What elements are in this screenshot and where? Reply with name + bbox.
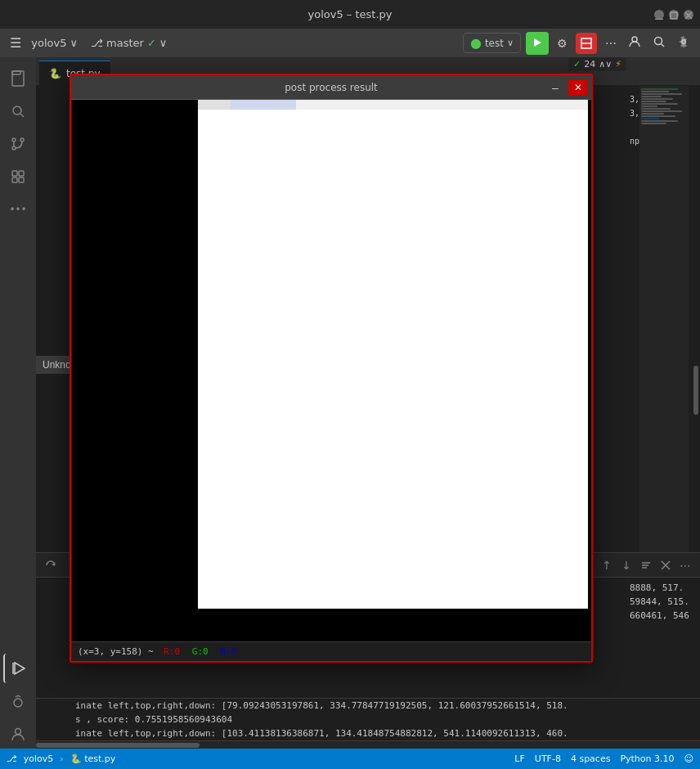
dialog-g-space	[212, 646, 218, 657]
feedback-icon[interactable]: ☺	[684, 753, 693, 764]
minimap-line	[641, 110, 682, 112]
output-row-1: inate left,top,right,down: [79.092430531…	[36, 699, 700, 713]
dialog-image-area	[71, 100, 591, 641]
output-row-3: inate left,top,right,down: [103.41138136…	[36, 726, 700, 740]
activity-bar: •••	[0, 57, 36, 749]
post-process-dialog[interactable]: post process result – ✕ (x=3, y=158) ~ R…	[70, 74, 593, 663]
title-bar: yolov5 – test.py	[0, 0, 700, 29]
branch-chevron-icon: ∨	[159, 37, 168, 49]
settings-button[interactable]: ⚙	[554, 34, 571, 53]
window-title: yolov5 – test.py	[308, 8, 393, 20]
global-search-button[interactable]	[649, 32, 669, 54]
panel-more-icon[interactable]: ⋯	[677, 557, 693, 573]
more-dots-icon: •••	[9, 204, 26, 215]
branch-name: master	[106, 37, 144, 49]
output-right-3: 660461, 546	[630, 609, 697, 623]
run-dot-icon: ●	[470, 35, 482, 51]
hamburger-menu[interactable]: ☰	[7, 32, 25, 54]
svg-point-14	[12, 138, 16, 142]
svg-point-15	[20, 138, 24, 142]
editor-scrollbar[interactable]	[689, 86, 700, 552]
status-lf[interactable]: LF	[514, 753, 524, 764]
more-button[interactable]: ⋯	[602, 34, 620, 53]
activity-files[interactable]	[3, 64, 33, 93]
layout-button[interactable]	[576, 33, 597, 54]
svg-point-25	[16, 729, 21, 735]
color-tab-2	[231, 100, 263, 110]
gear-button[interactable]	[674, 32, 693, 54]
clear-icon[interactable]	[657, 557, 674, 573]
minimap-line	[641, 96, 662, 97]
activity-run[interactable]	[3, 654, 33, 683]
output-right-1: 8888, 517.	[630, 581, 697, 595]
horizontal-scrollbar[interactable]	[36, 740, 700, 749]
scroll-down-icon[interactable]: ↓	[618, 557, 635, 573]
minimap-line	[641, 108, 671, 110]
run-config[interactable]: ● test ∨	[463, 33, 521, 53]
dialog-coord: (x=3, y=158) ~	[78, 646, 154, 657]
svg-point-8	[655, 38, 662, 45]
status-filename[interactable]: test.py	[84, 753, 115, 764]
line-hint: ✓ 24 ∧∨ ⚡	[568, 57, 626, 71]
branch-icon: ⎇	[91, 37, 103, 49]
project-name: yolov5	[31, 37, 66, 49]
line-num	[36, 699, 72, 713]
svg-rect-21	[19, 178, 24, 182]
svg-rect-19	[19, 171, 24, 176]
svg-point-24	[14, 699, 22, 707]
dialog-status-bar: (x=3, y=158) ~ R:0 G:0 B:0	[71, 641, 591, 661]
dialog-g-value: G:0	[192, 646, 209, 657]
close-button[interactable]	[684, 10, 693, 20]
branch-icon: ⎇	[7, 753, 17, 764]
svg-point-12	[13, 106, 21, 115]
status-separator: ›	[60, 753, 63, 764]
tab-icon: 🐍	[49, 68, 61, 79]
status-encoding[interactable]: UTF-8	[535, 753, 561, 764]
dialog-status-space	[159, 646, 164, 657]
minimize-button[interactable]	[654, 10, 664, 20]
check-icon: ✓	[573, 59, 581, 70]
activity-debug[interactable]	[3, 686, 33, 716]
h-scrollbar-thumb[interactable]	[36, 743, 200, 748]
color-tab-3	[263, 100, 296, 110]
activity-source-control[interactable]	[3, 129, 33, 159]
svg-marker-4	[534, 38, 541, 47]
activity-more[interactable]: •••	[3, 195, 33, 224]
scroll-up-icon[interactable]: ↑	[599, 557, 615, 573]
status-python[interactable]: Python 3.10	[620, 753, 674, 764]
minimap-line	[641, 93, 682, 95]
dialog-title: post process result	[285, 82, 378, 93]
scrollbar-thumb[interactable]	[693, 366, 698, 415]
svg-marker-22	[15, 663, 25, 674]
run-button[interactable]	[526, 32, 549, 55]
minimap-line	[641, 91, 669, 92]
minimap	[639, 86, 689, 552]
dialog-titlebar[interactable]: post process result – ✕	[71, 75, 591, 100]
status-left: ⎇ yolov5 › 🐍 test.py	[7, 753, 115, 764]
output-text-3: inate left,top,right,down: [103.41138136…	[72, 726, 700, 740]
more-icon: ⋯	[605, 37, 617, 50]
status-bar: ⎇ yolov5 › 🐍 test.py LF UTF-8 4 spaces P…	[0, 749, 700, 769]
dialog-close-button[interactable]: ✕	[568, 79, 588, 96]
minimap-line	[641, 123, 666, 124]
svg-rect-11	[12, 71, 24, 86]
terminal-line-numbers	[36, 578, 72, 698]
activity-extensions[interactable]	[3, 162, 33, 191]
user-button[interactable]	[625, 32, 644, 54]
status-spaces[interactable]: 4 spaces	[571, 753, 611, 764]
dialog-top-strip	[198, 100, 588, 110]
svg-rect-1	[671, 12, 677, 19]
dialog-minimize-button[interactable]: –	[545, 79, 565, 96]
refresh-icon[interactable]	[43, 557, 59, 573]
svg-rect-18	[12, 171, 17, 176]
activity-search[interactable]	[3, 97, 33, 126]
svg-point-7	[632, 37, 637, 42]
branch-selector[interactable]: ⎇ master ✓ ∨	[91, 37, 167, 49]
terminal-right-output: 8888, 517. 59844, 515. 660461, 546	[626, 578, 700, 698]
minimap-line	[641, 103, 678, 105]
project-selector[interactable]: yolov5 ∨	[31, 37, 78, 49]
status-project[interactable]: yolov5	[24, 753, 54, 764]
wrap-icon[interactable]	[638, 557, 654, 573]
activity-account[interactable]	[3, 719, 33, 749]
maximize-button[interactable]	[669, 10, 679, 20]
